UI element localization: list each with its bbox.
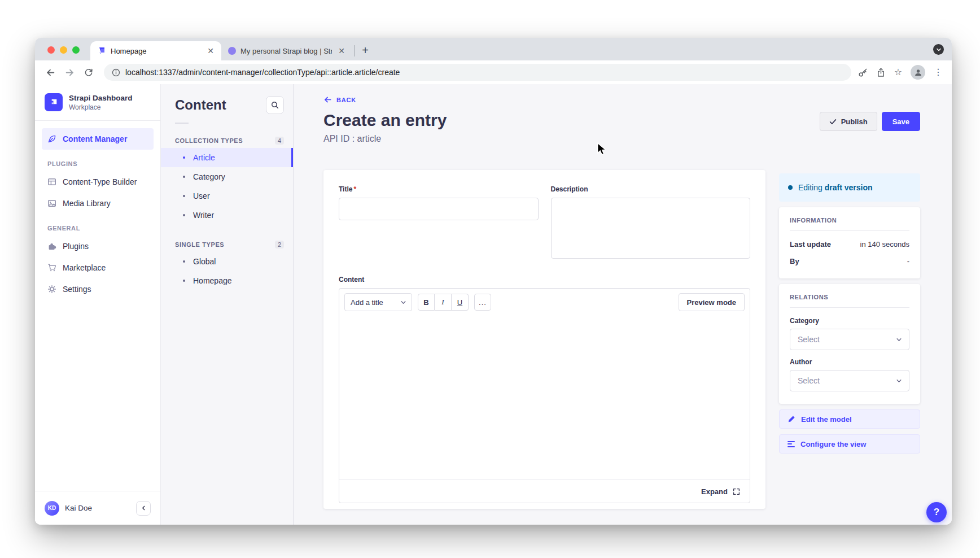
page-title: Create an entry bbox=[323, 111, 447, 129]
sidebar-item-label: Settings bbox=[63, 285, 91, 294]
draft-dot-icon bbox=[788, 185, 793, 190]
divider bbox=[175, 123, 189, 124]
author-select[interactable]: Select bbox=[790, 370, 909, 391]
pencil-icon bbox=[788, 415, 795, 423]
draft-highlight: draft version bbox=[825, 183, 873, 192]
sidebar-item-writer[interactable]: Writer bbox=[161, 206, 293, 225]
sidebar-item-label: Content-Type Builder bbox=[63, 177, 137, 186]
type-label: Writer bbox=[193, 211, 214, 220]
title-field-label: Title bbox=[339, 185, 352, 193]
edit-model-button[interactable]: Edit the model bbox=[779, 409, 920, 429]
tab-strapi-blog[interactable]: My personal Strapi blog | Strap ✕ bbox=[221, 41, 352, 60]
back-nav-icon[interactable] bbox=[42, 64, 59, 81]
single-types-count-badge: 2 bbox=[275, 241, 284, 249]
chevron-down-icon bbox=[896, 338, 902, 342]
url-text: localhost:1337/admin/content-manager/col… bbox=[125, 68, 400, 77]
italic-button[interactable]: I bbox=[435, 294, 452, 311]
content-sidebar-title: Content bbox=[175, 97, 226, 113]
share-icon[interactable] bbox=[876, 68, 886, 77]
by-label: By bbox=[790, 257, 799, 265]
save-button[interactable]: Save bbox=[882, 112, 920, 131]
sidebar-item-label: Content Manager bbox=[63, 134, 127, 143]
author-relation-label: Author bbox=[790, 358, 909, 366]
blog-favicon bbox=[228, 47, 236, 55]
editor-toolbar: Add a title B I U ... Preview mode bbox=[339, 289, 750, 316]
content-editor-area[interactable] bbox=[339, 316, 750, 479]
sidebar-item-global[interactable]: Global bbox=[161, 252, 293, 271]
bullet-icon bbox=[183, 280, 185, 282]
information-label: INFORMATION bbox=[790, 217, 909, 224]
workspace-brand[interactable]: Strapi Dashboard Workplace bbox=[35, 84, 160, 121]
save-label: Save bbox=[893, 117, 909, 126]
description-textarea[interactable] bbox=[551, 198, 751, 259]
tab-title: My personal Strapi blog | Strap bbox=[240, 47, 332, 55]
main-content: BACK Create an entry API ID : article Pu… bbox=[294, 84, 952, 525]
publish-button[interactable]: Publish bbox=[820, 112, 877, 131]
sidebar-item-marketplace[interactable]: Marketplace bbox=[42, 257, 154, 278]
sidebar-item-media-library[interactable]: Media Library bbox=[42, 193, 154, 214]
last-update-value: in 140 seconds bbox=[860, 240, 909, 249]
reload-icon[interactable] bbox=[80, 64, 97, 81]
search-button[interactable] bbox=[266, 96, 284, 114]
entry-form-card: Title* Description C bbox=[323, 170, 765, 509]
url-bar[interactable]: localhost:1337/admin/content-manager/col… bbox=[104, 64, 851, 81]
title-input[interactable] bbox=[339, 198, 539, 220]
sidebar-item-category[interactable]: Category bbox=[161, 167, 293, 186]
close-window-button[interactable] bbox=[47, 46, 55, 54]
category-relation-label: Category bbox=[790, 317, 909, 325]
strapi-favicon bbox=[97, 46, 106, 55]
chevron-down-icon bbox=[896, 379, 902, 383]
password-key-icon[interactable] bbox=[858, 68, 868, 77]
toolbar-actions: ☆ ⋮ bbox=[858, 65, 945, 80]
user-avatar[interactable]: KD bbox=[45, 501, 59, 516]
nav-section-plugins: PLUGINS bbox=[47, 160, 148, 167]
sidebar-item-content-type-builder[interactable]: Content-Type Builder bbox=[42, 171, 154, 193]
browser-menu-icon[interactable]: ⋮ bbox=[934, 68, 943, 77]
expand-icon[interactable] bbox=[733, 488, 740, 495]
image-icon bbox=[47, 199, 56, 208]
sidebar-item-label: Marketplace bbox=[63, 263, 106, 272]
tab-homepage[interactable]: Homepage ✕ bbox=[90, 41, 221, 60]
preview-mode-button[interactable]: Preview mode bbox=[679, 293, 745, 311]
relations-label: RELATIONS bbox=[790, 294, 909, 300]
configure-view-button[interactable]: Configure the view bbox=[779, 434, 920, 454]
group-label-collection-types: COLLECTION TYPES bbox=[175, 137, 243, 144]
minimize-window-button[interactable] bbox=[60, 46, 67, 54]
sidebar-item-content-manager[interactable]: Content Manager bbox=[42, 128, 154, 150]
back-link[interactable]: BACK bbox=[323, 95, 920, 104]
heading-style-select[interactable]: Add a title bbox=[344, 293, 412, 311]
category-select-value: Select bbox=[798, 335, 820, 344]
group-label-single-types: SINGLE TYPES bbox=[175, 241, 224, 248]
new-tab-button[interactable]: + bbox=[357, 42, 373, 58]
bold-button[interactable]: B bbox=[418, 294, 435, 311]
sidebar-item-label: Media Library bbox=[63, 199, 111, 208]
sidebar-item-article[interactable]: Article bbox=[161, 148, 293, 167]
bookmark-star-icon[interactable]: ☆ bbox=[894, 68, 902, 77]
close-tab-icon[interactable]: ✕ bbox=[336, 46, 347, 56]
type-label: Article bbox=[193, 153, 215, 162]
sidebar-item-settings[interactable]: Settings bbox=[42, 278, 154, 300]
tab-search-button[interactable] bbox=[933, 44, 944, 55]
sidebar-item-user[interactable]: User bbox=[161, 186, 293, 206]
category-select[interactable]: Select bbox=[790, 329, 909, 350]
bullet-icon bbox=[183, 195, 185, 197]
bullet-icon bbox=[183, 260, 185, 263]
forward-nav-icon[interactable] bbox=[61, 64, 78, 81]
help-button[interactable]: ? bbox=[926, 502, 947, 522]
content-field-label: Content bbox=[339, 276, 364, 284]
layout-grid-icon bbox=[47, 177, 56, 186]
workspace-subtitle: Workplace bbox=[69, 103, 133, 111]
close-tab-icon[interactable]: ✕ bbox=[205, 46, 216, 56]
sidebar-item-homepage[interactable]: Homepage bbox=[161, 271, 293, 290]
required-asterisk: * bbox=[353, 185, 356, 193]
more-formatting-button[interactable]: ... bbox=[474, 294, 491, 311]
browser-profile-avatar[interactable] bbox=[911, 65, 925, 80]
collapse-sidebar-button[interactable] bbox=[136, 501, 151, 516]
type-label: Category bbox=[193, 172, 225, 181]
sidebar-item-plugins[interactable]: Plugins bbox=[42, 236, 154, 257]
publish-label: Publish bbox=[841, 117, 868, 126]
user-profile-bar: KD Kai Doe bbox=[35, 491, 160, 525]
underline-button[interactable]: U bbox=[452, 294, 469, 311]
heading-select-value: Add a title bbox=[351, 298, 383, 307]
zoom-window-button[interactable] bbox=[72, 46, 80, 54]
